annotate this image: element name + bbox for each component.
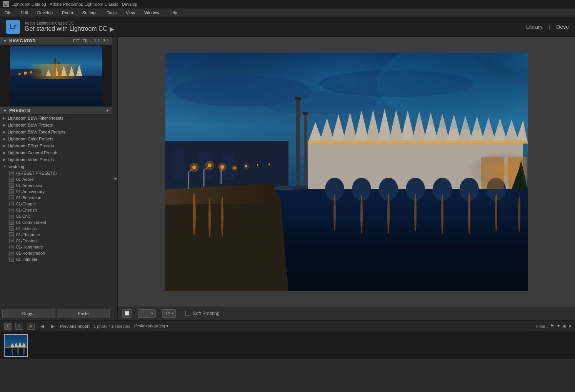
- tri-icon: ▶: [3, 123, 6, 127]
- tri-expand-icon: ▼: [3, 165, 7, 168]
- filmstrip-filename[interactable]: /feskekorkaa.jpg ▾: [134, 324, 168, 329]
- preset-group-color[interactable]: ▶ Lightroom Color Presets: [0, 135, 112, 142]
- preset-item-elegance[interactable]: ⊞ 01-Elegance: [0, 232, 112, 238]
- preset-group-bw-filter[interactable]: ▶ Lightroom B&W Filter Presets: [0, 115, 112, 122]
- image-container[interactable]: [118, 37, 575, 307]
- preset-group-video[interactable]: ▶ Lightroom Video Presets: [0, 156, 112, 163]
- preset-item-label: 01-Elegance: [16, 232, 40, 237]
- ratio-dropdown[interactable]: ⬛⬛ ▾: [138, 309, 156, 318]
- svg-point-14: [80, 81, 82, 92]
- menu-edit[interactable]: Edit: [19, 10, 30, 16]
- menu-photo[interactable]: Photo: [60, 10, 75, 16]
- paste-button[interactable]: Paste: [57, 309, 110, 318]
- copy-button[interactable]: Copy...: [2, 309, 55, 318]
- preset-item-icon: ⊞: [9, 195, 14, 200]
- module-develop[interactable]: Deve: [556, 24, 569, 30]
- svg-rect-1: [10, 79, 102, 106]
- nav-fit[interactable]: FIT: [73, 38, 80, 43]
- preset-group-bw[interactable]: ▶ Lightroom B&W Presets: [0, 122, 112, 128]
- navigator-thumbnail[interactable]: [0, 45, 112, 107]
- preset-group-label: Lightroom General Presets: [8, 150, 58, 155]
- module-library[interactable]: Library: [526, 24, 543, 30]
- identity-plate: Adobe Lightroom Classic CC Get started w…: [25, 21, 114, 33]
- menu-view[interactable]: View: [124, 10, 137, 16]
- filmstrip-source[interactable]: Previous Import: [60, 324, 90, 329]
- preset-item-label: 01-Adore: [16, 177, 33, 182]
- preset-item-label: 01-Bohemian: [16, 195, 41, 200]
- menu-develop[interactable]: Develop: [36, 10, 54, 16]
- filmstrip-prev[interactable]: ◀: [38, 323, 45, 330]
- filmstrip-thumb-1[interactable]: [4, 334, 28, 357]
- preset-group-effect[interactable]: ▶ Lightroom Effect Presets: [0, 142, 112, 149]
- presets-header[interactable]: ▼ Presets +: [0, 107, 112, 115]
- identity-bottom[interactable]: Get started with Lightroom CC: [25, 25, 107, 32]
- menu-file[interactable]: File: [3, 10, 13, 16]
- soft-proofing-checkbox[interactable]: [185, 311, 190, 316]
- preset-item-label: 01-Eclectic: [16, 226, 37, 231]
- preset-item-cherish[interactable]: ⊞ 01-Cherish: [0, 207, 112, 213]
- navigator-triangle: ▼: [3, 39, 7, 43]
- preset-group-general[interactable]: ▶ Lightroom General Presets: [0, 149, 112, 156]
- filmstrip-next[interactable]: ▶: [49, 323, 56, 330]
- preset-item-chapel[interactable]: ⊞ 01-Chapel: [0, 201, 112, 207]
- preset-item-icon: ⊞: [9, 226, 14, 231]
- menu-tools[interactable]: Tools: [105, 10, 118, 16]
- preset-group-label: wedding: [8, 164, 24, 169]
- bottom-toolbar: ⬜ ⬛⬛ ▾ YY ▾ Soft Proofing: [118, 307, 575, 320]
- preset-item-chic[interactable]: ⊞ 01-Chic: [0, 213, 112, 219]
- filter-color-icon[interactable]: ◉: [563, 324, 567, 329]
- filmstrip-grid[interactable]: ⊞: [27, 323, 35, 330]
- preset-item-label: 01-Commitment: [16, 220, 46, 225]
- preset-item-anniversary[interactable]: ⊞ 01-Anniversary: [0, 188, 112, 195]
- filter-star-icon[interactable]: ★: [557, 324, 560, 329]
- left-collapse-tab[interactable]: ◀: [112, 37, 118, 320]
- svg-point-11: [63, 79, 65, 94]
- filmstrip-filename-arrow: ▾: [166, 324, 168, 328]
- tri-icon: ▶: [3, 137, 6, 141]
- yy-dropdown[interactable]: YY ▾: [162, 309, 176, 318]
- filmstrip-count: 1 photo / 1 selected: [93, 324, 130, 329]
- toolbar-sep-3: [179, 310, 179, 317]
- preset-item-eclectic[interactable]: ⊞ 01-Eclectic: [0, 225, 112, 232]
- preset-item-handmade[interactable]: ⊞ 01-Handmade: [0, 244, 112, 250]
- svg-point-113: [23, 346, 25, 355]
- dropdown-arrow-icon: ▾: [151, 311, 153, 315]
- filmstrip-view1[interactable]: 1: [4, 323, 12, 330]
- preset-item-icon: ⊞: [9, 220, 14, 225]
- preset-item-reset[interactable]: ⊞ {{{RESET PRESET}}}: [0, 170, 112, 176]
- preset-item-americana[interactable]: ⊞ 01-Americana: [0, 182, 112, 188]
- menu-window[interactable]: Window: [143, 10, 161, 16]
- preset-item-frosted[interactable]: ⊞ 01-Frosted: [0, 238, 112, 244]
- nav-3to1[interactable]: 3:1: [103, 38, 109, 43]
- svg-point-9: [24, 81, 27, 95]
- module-separator: |: [549, 24, 550, 30]
- navigator-thumb-image: [10, 46, 102, 106]
- presets-add-btn[interactable]: +: [107, 108, 109, 113]
- filmstrip-view2[interactable]: 2: [15, 323, 23, 330]
- collapse-icon: ◀: [113, 176, 117, 180]
- preset-group-wedding[interactable]: ▼ wedding: [0, 163, 112, 170]
- preset-item-adore[interactable]: ⊞ 01-Adore: [0, 176, 112, 182]
- preset-group-bw-toned[interactable]: ▶ Lightroom B&W Toned Presets: [0, 128, 112, 135]
- yy-label: YY: [165, 311, 170, 315]
- preset-item-icon: ⊞: [9, 183, 14, 188]
- filter-options-icon[interactable]: ≡: [569, 324, 571, 329]
- presets-triangle: ▼: [3, 108, 7, 113]
- tri-icon: ▶: [3, 116, 6, 120]
- crop-tool-btn[interactable]: ⬜: [122, 309, 132, 318]
- menu-settings[interactable]: Settings: [81, 10, 99, 16]
- preset-item-icon: ⊞: [9, 232, 14, 237]
- preset-item-intimate[interactable]: ⊞ 01-Intimate: [0, 256, 112, 262]
- svg-point-8: [18, 73, 21, 75]
- svg-point-111: [12, 346, 13, 355]
- nav-1to1[interactable]: 1:1: [94, 38, 100, 43]
- preset-item-icon: ⊞: [9, 251, 14, 255]
- lr-logo: Lr: [6, 20, 20, 34]
- menu-help[interactable]: Help: [167, 10, 179, 16]
- preset-item-commitment[interactable]: ⊞ 01-Commitment: [0, 219, 112, 225]
- preset-item-honeymoon[interactable]: ⊞ 01-Honeymoon: [0, 250, 112, 256]
- preset-item-bohemian[interactable]: ⊞ 01-Bohemian: [0, 195, 112, 201]
- filter-flag-icon[interactable]: ⚑: [550, 324, 554, 329]
- navigator-header[interactable]: ▼ Navigator FIT FILL 1:1 3:1: [0, 37, 112, 45]
- nav-fill[interactable]: FILL: [82, 38, 91, 43]
